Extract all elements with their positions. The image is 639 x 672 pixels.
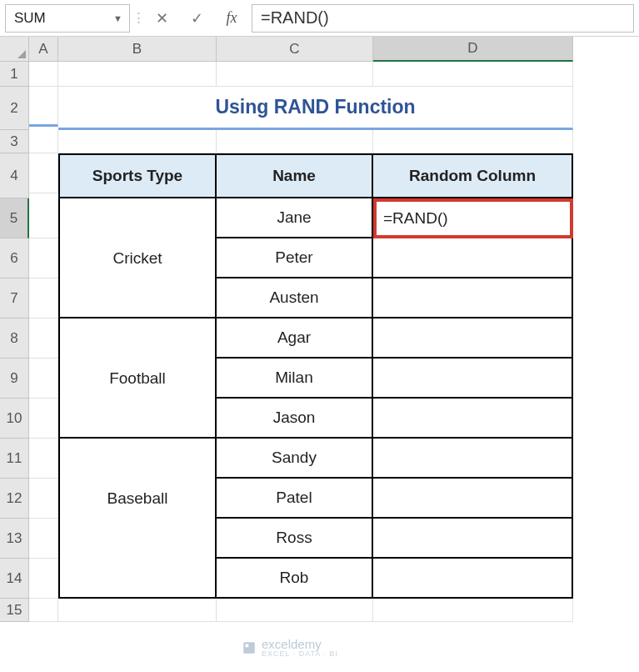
row-header[interactable]: 7: [0, 278, 29, 318]
select-all-corner[interactable]: [0, 37, 29, 62]
row: 10 Jason: [0, 399, 639, 439]
svg-rect-1: [246, 644, 249, 648]
cell-random[interactable]: [373, 359, 573, 399]
cell-name[interactable]: Jason: [217, 399, 373, 439]
cell[interactable]: [29, 599, 58, 622]
cell-name[interactable]: Peter: [217, 238, 373, 278]
cell[interactable]: [29, 62, 58, 87]
cell[interactable]: [29, 87, 58, 127]
row-header[interactable]: 12: [0, 479, 29, 519]
cell-sport[interactable]: Football: [58, 359, 217, 399]
cancel-icon[interactable]: ✕: [147, 4, 177, 33]
rows: 1 2 Using RAND Function 3 4 Sports Type …: [0, 62, 639, 622]
cell-sport[interactable]: [58, 519, 217, 559]
cell[interactable]: [29, 130, 58, 153]
cell[interactable]: [29, 238, 58, 278]
cell-name[interactable]: Patel: [217, 479, 373, 519]
watermark-tagline: EXCEL · DATA · BI: [262, 650, 338, 658]
cell-name[interactable]: Rob: [217, 559, 373, 599]
row-header[interactable]: 10: [0, 399, 29, 439]
row: 3: [0, 130, 639, 153]
cell[interactable]: [58, 599, 217, 622]
cell-random[interactable]: [373, 479, 573, 519]
cell-random[interactable]: [373, 318, 573, 359]
cell[interactable]: [29, 479, 58, 519]
cell[interactable]: [217, 599, 373, 622]
cell[interactable]: [373, 130, 573, 153]
name-box-value: SUM: [14, 10, 46, 27]
watermark-name: exceldemy: [262, 638, 338, 650]
logo-icon: [242, 640, 257, 655]
row-header[interactable]: 8: [0, 318, 29, 359]
row-header[interactable]: 9: [0, 359, 29, 399]
formula-input[interactable]: [252, 4, 634, 33]
cell-random[interactable]: [373, 559, 573, 599]
cell-name[interactable]: Ross: [217, 519, 373, 559]
name-box[interactable]: SUM ▼: [5, 4, 130, 33]
cell[interactable]: [29, 559, 58, 599]
col-header-c[interactable]: C: [217, 37, 373, 62]
cell[interactable]: [58, 62, 217, 87]
row: 8 Agar: [0, 318, 639, 359]
fx-icon[interactable]: fx: [217, 4, 247, 33]
row-header[interactable]: 14: [0, 559, 29, 599]
cell[interactable]: [29, 439, 58, 479]
chevron-down-icon: ▼: [113, 13, 122, 23]
spreadsheet-grid: A B C D 1 2 Using RAND Function 3: [0, 37, 639, 622]
active-cell[interactable]: =RAND(): [373, 198, 573, 238]
cell[interactable]: [217, 130, 373, 153]
cell-random[interactable]: [373, 238, 573, 278]
cell[interactable]: [29, 153, 58, 193]
cell-sport[interactable]: [58, 439, 217, 479]
cell-sport[interactable]: [58, 278, 217, 318]
cell[interactable]: [29, 198, 58, 238]
cell-random[interactable]: [373, 399, 573, 439]
col-header-b[interactable]: B: [58, 37, 217, 62]
cell[interactable]: [29, 318, 58, 359]
cell[interactable]: [217, 62, 373, 87]
cell[interactable]: [373, 599, 573, 622]
cell-name[interactable]: Agar: [217, 318, 373, 359]
cell-name[interactable]: Jane: [217, 198, 373, 238]
row: 1: [0, 62, 639, 87]
cell-sport[interactable]: [58, 318, 217, 359]
cell-sport[interactable]: [58, 198, 217, 238]
row-header[interactable]: 3: [0, 130, 29, 153]
table-header: Sports Type: [58, 153, 217, 198]
cell[interactable]: [29, 359, 58, 399]
col-header-a[interactable]: A: [29, 37, 58, 62]
cell[interactable]: [373, 62, 573, 87]
row-header[interactable]: 1: [0, 62, 29, 87]
cell-random[interactable]: [373, 278, 573, 318]
cell-random[interactable]: [373, 439, 573, 479]
accept-icon[interactable]: ✓: [182, 4, 212, 33]
row-header[interactable]: 5: [0, 198, 29, 238]
cell-random[interactable]: [373, 519, 573, 559]
cell-sport[interactable]: [58, 399, 217, 439]
cell-name[interactable]: Austen: [217, 278, 373, 318]
cell[interactable]: [29, 519, 58, 559]
row: 7 Austen: [0, 278, 639, 318]
cell-name[interactable]: Milan: [217, 359, 373, 399]
row: 6 Cricket Peter: [0, 238, 639, 278]
row-header[interactable]: 11: [0, 439, 29, 479]
row: 14 Rob: [0, 559, 639, 599]
cell[interactable]: [29, 278, 58, 318]
page-title: Using RAND Function: [58, 87, 573, 130]
row: 4 Sports Type Name Random Column: [0, 153, 639, 198]
row-header[interactable]: 2: [0, 87, 29, 130]
watermark: exceldemy EXCEL · DATA · BI: [242, 638, 338, 658]
cell-sport[interactable]: [58, 559, 217, 599]
cell-name[interactable]: Sandy: [217, 439, 373, 479]
col-header-d[interactable]: D: [373, 37, 573, 62]
cell-sport[interactable]: Cricket: [58, 238, 217, 278]
row-header[interactable]: 6: [0, 238, 29, 278]
row-header[interactable]: 15: [0, 599, 29, 622]
row: 9 Football Milan: [0, 359, 639, 399]
cell[interactable]: [58, 130, 217, 153]
row: 11 Sandy: [0, 439, 639, 479]
cell[interactable]: [29, 399, 58, 439]
row-header[interactable]: 13: [0, 519, 29, 559]
row-header[interactable]: 4: [0, 153, 29, 198]
cell-sport[interactable]: Baseball: [58, 479, 217, 519]
